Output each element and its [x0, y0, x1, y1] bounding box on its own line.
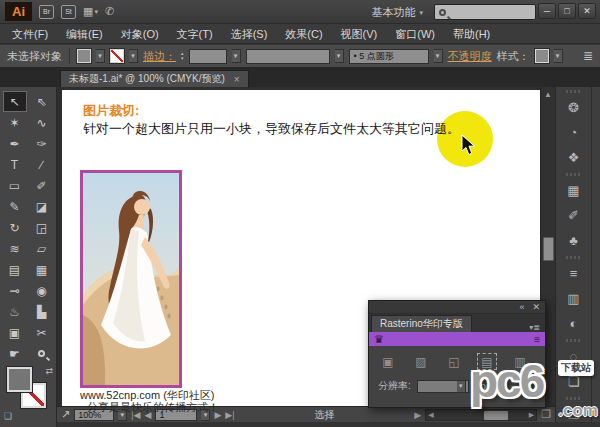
stroke-color-swatch[interactable]: [110, 49, 124, 63]
line-tool[interactable]: ∕: [30, 154, 54, 175]
free-transform-tool[interactable]: ▱: [30, 238, 54, 259]
hand-tool[interactable]: ☛: [3, 343, 27, 364]
workspace-switcher[interactable]: 基本功能 ▾: [366, 4, 428, 21]
menu-file[interactable]: 文件(F): [3, 25, 57, 43]
swap-fill-stroke-icon[interactable]: ⇄: [45, 366, 53, 376]
dock-grip-handle[interactable]: [566, 173, 582, 176]
status-expand-icon[interactable]: ▶: [414, 410, 421, 420]
document-tab[interactable]: 未标题-1.ai* @ 100% (CMYK/预览) ×: [60, 70, 249, 87]
arrange-documents-button[interactable]: ▦ ▾: [83, 5, 98, 18]
symbols-icon[interactable]: ♣: [559, 228, 589, 253]
dock-grip-handle[interactable]: [566, 256, 582, 259]
menu-select[interactable]: 选择(S): [222, 25, 277, 43]
stock-icon[interactable]: St: [61, 5, 76, 19]
curvature-pen-tool[interactable]: ✑: [30, 133, 54, 154]
width-profile-dropdown[interactable]: ▾: [335, 49, 344, 63]
step-down-icon[interactable]: ▾: [181, 56, 184, 61]
style-swatch[interactable]: [535, 49, 549, 63]
minimize-button[interactable]: ─: [538, 3, 556, 19]
last-artboard-icon[interactable]: ▶|: [225, 410, 234, 420]
default-fill-stroke-icon[interactable]: ❏: [4, 411, 12, 421]
resolution-dropdown[interactable]: ▾: [417, 380, 469, 393]
dock-grip-handle[interactable]: [566, 339, 582, 342]
brush-definition-field[interactable]: • 5 点圆形: [349, 49, 429, 64]
stroke-weight-stepper[interactable]: ▴ ▾: [181, 51, 184, 61]
lasso-tool[interactable]: ∿: [30, 112, 54, 133]
slice-tool[interactable]: ✂: [30, 322, 54, 343]
magic-wand-tool[interactable]: ✶: [3, 112, 27, 133]
graphic-styles-icon[interactable]: ❏: [559, 369, 589, 394]
menu-object[interactable]: 对象(O): [112, 25, 168, 43]
close-tab-icon[interactable]: ×: [234, 74, 240, 85]
maximize-button[interactable]: □: [558, 3, 576, 19]
zoom-tool[interactable]: [30, 343, 54, 364]
appearance-icon[interactable]: ◌: [559, 344, 589, 369]
width-profile-field[interactable]: [246, 49, 330, 64]
perspective-grid-tool[interactable]: ▤: [3, 259, 27, 280]
placed-photo[interactable]: [80, 170, 182, 388]
scroll-right-icon[interactable]: ▶: [529, 411, 534, 419]
brush-definition-dropdown[interactable]: ▾: [434, 49, 443, 63]
color-guide-icon[interactable]: ❖: [559, 145, 589, 170]
rectangle-tool[interactable]: ▭: [3, 175, 27, 196]
embed-image-icon[interactable]: ▣: [378, 353, 398, 370]
stroke-color-dropdown[interactable]: ▾: [129, 49, 138, 63]
panel-tab-rasterino[interactable]: Rasterino华印专版: [371, 315, 472, 332]
control-panel-menu-icon[interactable]: ≣: [583, 49, 593, 63]
column-graph-tool[interactable]: ▙: [30, 301, 54, 322]
menu-type[interactable]: 文字(T): [168, 25, 222, 43]
style-dropdown[interactable]: ▾: [554, 49, 563, 63]
stroke-panel-link[interactable]: 描边：: [143, 49, 176, 64]
panel-menu-icon[interactable]: ▾≣: [529, 323, 545, 332]
pencil-tool[interactable]: ✎: [3, 196, 27, 217]
blend-tool[interactable]: ◉: [30, 280, 54, 301]
close-button[interactable]: ✕: [578, 3, 596, 19]
bridge-icon[interactable]: Br: [39, 5, 54, 19]
menu-effect[interactable]: 效果(C): [276, 25, 331, 43]
fill-swatch[interactable]: [7, 367, 32, 392]
eraser-tool[interactable]: ◪: [30, 196, 54, 217]
stroke-icon[interactable]: ≡: [559, 261, 589, 286]
gradient-icon[interactable]: ▥: [559, 286, 589, 311]
relink-image-icon[interactable]: ◱: [444, 353, 464, 370]
stroke-weight-field[interactable]: [189, 49, 227, 64]
horizontal-scrollbar[interactable]: ◀ ▶: [425, 409, 537, 421]
selection-tool[interactable]: ↖: [3, 91, 27, 112]
menu-help[interactable]: 帮助(H): [444, 25, 499, 43]
search-box[interactable]: [434, 4, 536, 20]
paintbrush-tool[interactable]: ✐: [30, 175, 54, 196]
rotate-tool[interactable]: ↻: [3, 217, 27, 238]
dock-grip-handle[interactable]: [566, 397, 582, 400]
gradient-wedge-icon[interactable]: ◔: [559, 120, 589, 145]
transparency-icon[interactable]: ◐: [559, 311, 589, 336]
collapse-panel-icon[interactable]: «: [519, 302, 524, 312]
scroll-left-icon[interactable]: ◀: [428, 411, 433, 419]
fill-color-dropdown[interactable]: ▾: [96, 49, 105, 63]
swatches-icon[interactable]: ▦: [559, 178, 589, 203]
pen-tool[interactable]: ✒: [3, 133, 27, 154]
search-input[interactable]: [449, 7, 531, 18]
menu-edit[interactable]: 编辑(E): [57, 25, 112, 43]
vertical-scroll-thumb[interactable]: [543, 237, 554, 261]
mesh-tool[interactable]: ▦: [30, 259, 54, 280]
direct-selection-tool[interactable]: ⇖: [30, 91, 54, 112]
opacity-panel-link[interactable]: 不透明度: [448, 49, 492, 64]
menu-window[interactable]: 窗口(W): [386, 25, 444, 43]
share-icon[interactable]: ✆: [105, 5, 114, 18]
dock-grip-handle[interactable]: [566, 90, 582, 93]
crop-image-icon[interactable]: ▤: [477, 353, 497, 370]
color-panel-icon[interactable]: ❂: [559, 95, 589, 120]
fill-color-swatch[interactable]: [77, 49, 91, 63]
stroke-weight-dropdown[interactable]: ▾: [232, 49, 241, 63]
menu-view[interactable]: 视图(V): [332, 25, 387, 43]
horizontal-scroll-thumb[interactable]: [484, 411, 508, 420]
width-tool[interactable]: ≋: [3, 238, 27, 259]
artboard-tool[interactable]: ▣: [3, 322, 27, 343]
symbol-sprayer-tool[interactable]: ♨: [3, 301, 27, 322]
scale-tool[interactable]: ◲: [30, 217, 54, 238]
hamburger-menu-icon[interactable]: ≡: [534, 334, 540, 345]
scroll-up-icon[interactable]: ▲: [541, 87, 555, 99]
trim-image-icon[interactable]: ▥: [510, 353, 530, 370]
type-tool[interactable]: T: [3, 154, 27, 175]
export-icon[interactable]: ↗: [61, 408, 70, 421]
